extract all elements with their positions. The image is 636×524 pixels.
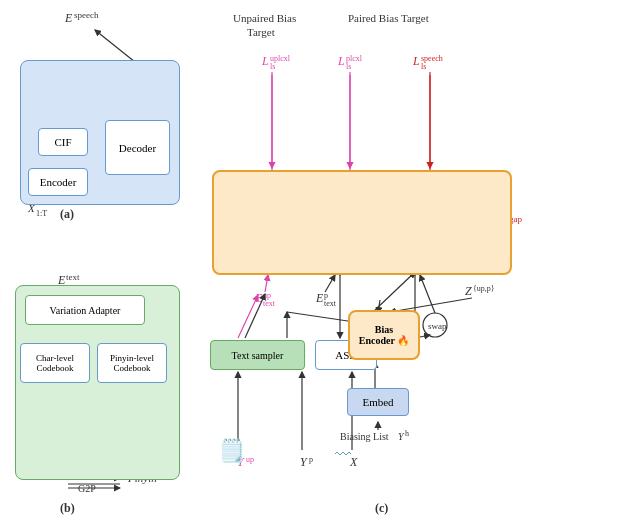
svg-line-83	[238, 295, 258, 338]
svg-text:ls: ls	[421, 62, 426, 71]
svg-text:plcxl: plcxl	[346, 54, 363, 63]
svg-text:{up,p}: {up,p}	[473, 284, 495, 293]
svg-text:p: p	[324, 291, 328, 300]
svg-text:text: text	[263, 299, 276, 308]
svg-text:uplcxl: uplcxl	[270, 54, 291, 63]
svg-text:L: L	[337, 54, 345, 68]
svg-text:Paired Bias Target: Paired Bias Target	[348, 12, 429, 24]
embed-box: Embed	[347, 388, 409, 416]
pinyin-codebook-box: Pinyin-level Codebook	[97, 343, 167, 383]
svg-text:p: p	[309, 455, 313, 464]
bias-decoder-box	[212, 170, 512, 275]
panel-b: Variation Adapter Char-level Codebook Pi…	[10, 255, 190, 505]
cif-label: CIF	[54, 136, 71, 148]
svg-point-76	[423, 313, 447, 337]
svg-text:L: L	[261, 54, 269, 68]
svg-text:(c): (c)	[375, 501, 388, 515]
variation-adapter-box: Variation Adapter	[25, 295, 145, 325]
panel-a: CIF Encoder Decoder	[10, 20, 190, 215]
svg-line-79	[420, 275, 435, 313]
diagram-container: E speech E cif E dec c 1:T X 1:T ❄ (a) E	[0, 0, 636, 524]
svg-text:Y: Y	[300, 455, 308, 469]
svg-text:Y: Y	[398, 431, 405, 442]
svg-text:Unpaired Bias: Unpaired Bias	[233, 12, 296, 24]
svg-line-85	[375, 272, 415, 310]
pinyin-codebook-label: Pinyin-level Codebook	[98, 353, 166, 373]
svg-text:ls: ls	[270, 62, 275, 71]
decoder-box: Decoder	[105, 120, 170, 175]
svg-text:speech: speech	[421, 54, 443, 63]
encoder-label: Encoder	[40, 176, 77, 188]
svg-text:Biasing List: Biasing List	[340, 431, 389, 442]
svg-text:up: up	[263, 291, 271, 300]
svg-line-71	[325, 275, 335, 292]
svg-text:Target: Target	[247, 26, 275, 38]
char-codebook-label: Char-level Codebook	[21, 353, 89, 373]
char-codebook-box: Char-level Codebook	[20, 343, 90, 383]
svg-text:Z: Z	[465, 284, 472, 298]
svg-text:X: X	[349, 455, 358, 469]
svg-text:text: text	[324, 299, 337, 308]
embed-label: Embed	[362, 396, 393, 408]
svg-text:〰: 〰	[335, 446, 351, 463]
svg-text:speech: speech	[74, 10, 99, 20]
svg-text:ls: ls	[346, 62, 351, 71]
text-sampler-box: Text sampler	[210, 340, 305, 370]
cif-box: CIF	[38, 128, 88, 156]
svg-text:E: E	[254, 291, 263, 305]
bias-encoder-label2: Encoder 🔥	[359, 335, 409, 346]
bias-encoder-label: Bias	[375, 324, 393, 335]
svg-text:E: E	[315, 291, 324, 305]
encoder-box: Encoder	[28, 168, 88, 196]
svg-text:h: h	[405, 429, 409, 438]
svg-line-82	[245, 294, 265, 338]
decoder-label: Decoder	[119, 142, 156, 154]
text-sampler-label: Text sampler	[232, 350, 284, 361]
svg-text:Y: Y	[237, 455, 245, 469]
svg-line-72	[265, 275, 268, 292]
svg-text:🗒️: 🗒️	[218, 437, 246, 464]
variation-adapter-label: Variation Adapter	[50, 305, 121, 316]
bias-encoder-box: Bias Encoder 🔥	[348, 310, 420, 360]
svg-text:up: up	[246, 455, 254, 464]
svg-text:L: L	[412, 54, 420, 68]
svg-text:swap: swap	[428, 321, 447, 331]
